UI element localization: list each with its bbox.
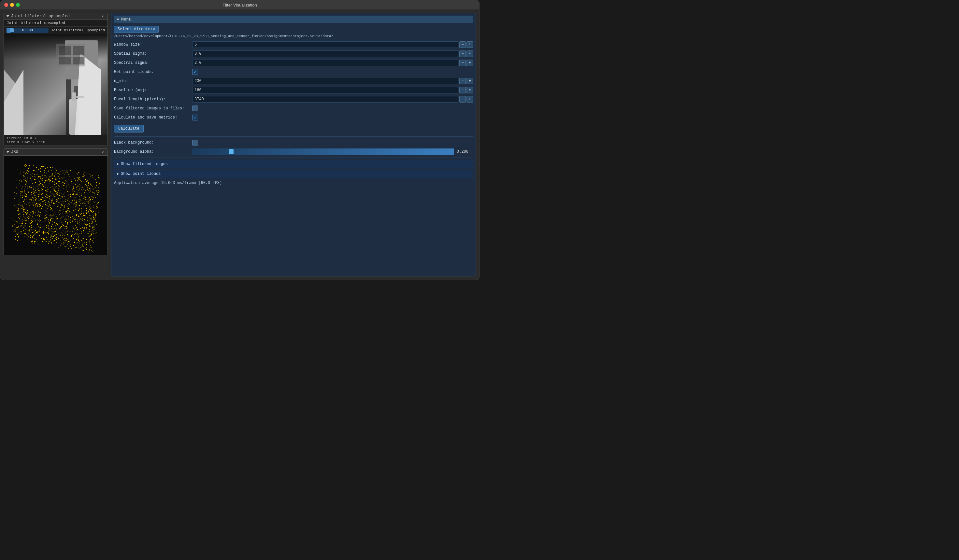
- param-row-calc-metrics: Calculate and save metrics: ✓: [114, 114, 473, 121]
- show-filtered-label: Show filtered images: [121, 162, 168, 166]
- fps-display: Application average 16.663 ms/frame (60.…: [114, 181, 473, 185]
- param-row-window-size: Window size: − +: [114, 41, 473, 49]
- param-input-dmin[interactable]: [192, 78, 458, 84]
- param-controls-window-size: − +: [459, 41, 473, 48]
- bg-alpha-slider[interactable]: [192, 148, 454, 155]
- param-input-spatial-sigma[interactable]: [192, 51, 458, 57]
- decrement-baseline[interactable]: −: [459, 87, 466, 94]
- param-input-window-size[interactable]: [192, 41, 458, 48]
- svg-rect-2: [59, 46, 71, 55]
- viz-title-1: Joint bilateral upsampled: [11, 14, 70, 19]
- decrement-window-size[interactable]: −: [459, 41, 466, 48]
- path-display: /Users/botond/development/ELTE-IK_22_23_…: [114, 34, 473, 38]
- right-panel: Menu Select directory /Users/botond/deve…: [111, 13, 476, 277]
- param-input-spectral-sigma[interactable]: [192, 60, 458, 66]
- viz-window-1: Joint bilateral upsampled ✕ Joint bilate…: [3, 13, 108, 146]
- calculate-button[interactable]: Calculate: [114, 125, 143, 132]
- show-clouds-label: Show point clouds: [121, 172, 161, 176]
- collapse-icon-1[interactable]: [6, 15, 9, 17]
- param-label-save-filtered: Save filtered images to files:: [114, 106, 192, 111]
- slider-label-1: Joint bilateral upsampled: [51, 28, 105, 32]
- decrement-focal-length[interactable]: −: [459, 96, 466, 103]
- checkbox-get-point-clouds[interactable]: ✓: [192, 69, 198, 75]
- menu-title: Menu: [121, 17, 131, 22]
- slider-value-1: 0.300: [6, 28, 49, 32]
- traffic-lights: [4, 3, 20, 7]
- param-controls-spatial-sigma: − +: [459, 51, 473, 57]
- minimize-button[interactable]: [10, 3, 14, 7]
- checkmark-calc-metrics: ✓: [194, 115, 196, 120]
- param-row-bg-alpha: Background alpha: 0.200: [114, 148, 473, 156]
- param-label-spatial-sigma: Spatial sigma:: [114, 51, 192, 56]
- param-input-focal-length[interactable]: [192, 96, 458, 103]
- viz-close-1[interactable]: ✕: [100, 14, 105, 19]
- texture-id: Texture ID = 7: [6, 137, 105, 140]
- svg-rect-3: [73, 46, 84, 55]
- show-filtered-images-section[interactable]: Show filtered images: [114, 160, 473, 168]
- depth-svg: [4, 34, 107, 135]
- slider-row-1: 0.300 Joint bilateral upsampled: [4, 27, 107, 34]
- show-point-clouds-section[interactable]: Show point clouds: [114, 170, 473, 178]
- param-controls-baseline: − +: [459, 87, 473, 94]
- titlebar: Filter Visualization: [0, 0, 479, 10]
- svg-rect-8: [69, 99, 79, 135]
- checkbox-calc-metrics[interactable]: ✓: [192, 115, 198, 121]
- viz-title-2: JBU: [11, 150, 18, 154]
- show-filtered-icon: [117, 163, 119, 165]
- param-row-focal-length: Focal length (pixels): − +: [114, 95, 473, 103]
- param-input-baseline[interactable]: [192, 87, 458, 94]
- close-button[interactable]: [4, 3, 8, 7]
- viz-header-1: Joint bilateral upsampled ✕: [4, 13, 107, 20]
- increment-spectral-sigma[interactable]: +: [467, 60, 473, 66]
- param-controls-spectral-sigma: − +: [459, 60, 473, 66]
- increment-baseline[interactable]: +: [467, 87, 473, 94]
- maximize-button[interactable]: [16, 3, 20, 7]
- point-cloud-canvas[interactable]: [4, 156, 107, 255]
- menu-collapse-icon[interactable]: [116, 19, 119, 21]
- param-label-focal-length: Focal length (pixels):: [114, 97, 192, 102]
- main-window: Filter Visualization Joint bilateral ups…: [0, 0, 480, 280]
- decrement-dmin[interactable]: −: [459, 78, 466, 84]
- checkbox-save-filtered[interactable]: [192, 105, 198, 111]
- checkbox-black-bg[interactable]: [192, 140, 198, 146]
- param-row-get-point-clouds: Get point clouds: ✓: [114, 68, 473, 76]
- param-row-dmin: d_min: − +: [114, 77, 473, 85]
- param-label-black-bg: Black background:: [114, 140, 192, 145]
- increment-focal-length[interactable]: +: [467, 96, 473, 103]
- param-controls-dmin: − +: [459, 78, 473, 84]
- param-row-baseline: Baseline (mm): − +: [114, 86, 473, 94]
- slider-track-1[interactable]: 0.300: [6, 28, 49, 33]
- svg-rect-4: [59, 57, 71, 64]
- param-label-baseline: Baseline (mm):: [114, 88, 192, 92]
- decrement-spectral-sigma[interactable]: −: [459, 60, 466, 66]
- viz-subheader-1: Joint bilateral upsampled: [4, 20, 107, 27]
- size-info: size = 1342 x 1110: [6, 140, 105, 144]
- viz-header-left-1: Joint bilateral upsampled: [6, 14, 70, 19]
- bg-alpha-thumb[interactable]: [229, 149, 234, 154]
- increment-window-size[interactable]: +: [467, 41, 473, 48]
- svg-rect-5: [73, 57, 84, 64]
- param-row-save-filtered: Save filtered images to files:: [114, 105, 473, 112]
- show-clouds-icon: [117, 173, 119, 175]
- param-label-window-size: Window size:: [114, 42, 192, 47]
- bg-alpha-value: 0.200: [457, 150, 473, 154]
- param-controls-focal-length: − +: [459, 96, 473, 103]
- collapse-icon-2[interactable]: [6, 151, 9, 153]
- select-dir-section: Select directory /Users/botond/developme…: [114, 26, 473, 38]
- viz-close-2[interactable]: ✕: [100, 150, 105, 154]
- decrement-spatial-sigma[interactable]: −: [459, 51, 466, 57]
- menu-header: Menu: [114, 16, 473, 23]
- svg-rect-9: [72, 92, 76, 100]
- window-title: Filter Visualization: [223, 3, 257, 8]
- depth-image-1: [4, 34, 107, 135]
- increment-dmin[interactable]: +: [467, 78, 473, 84]
- param-label-get-point-clouds: Get point clouds:: [114, 70, 192, 74]
- increment-spatial-sigma[interactable]: +: [467, 51, 473, 57]
- point-cloud-area: [4, 156, 107, 255]
- left-panel: Joint bilateral upsampled ✕ Joint bilate…: [3, 13, 108, 277]
- param-row-black-bg: Black background:: [114, 139, 473, 146]
- viz-header-left-2: JBU: [6, 150, 18, 154]
- viz-window-2: JBU ✕: [3, 148, 108, 255]
- select-directory-button[interactable]: Select directory: [114, 26, 159, 33]
- viz-header-2: JBU ✕: [4, 149, 107, 156]
